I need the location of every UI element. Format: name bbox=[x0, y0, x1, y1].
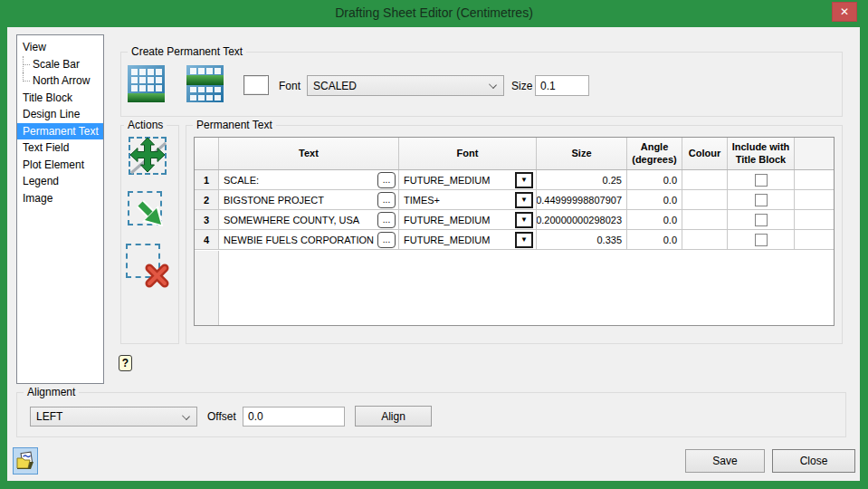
colour-cell[interactable] bbox=[682, 170, 728, 189]
offset-input[interactable]: 0.0 bbox=[243, 407, 345, 427]
angle-cell[interactable]: 0.0 bbox=[627, 170, 682, 189]
include-with-title-block-checkbox[interactable] bbox=[755, 174, 768, 187]
column-header-text[interactable]: Text bbox=[219, 138, 399, 169]
font-cell[interactable]: TIMES+▼ bbox=[399, 190, 537, 209]
column-header-include-with-title-block[interactable]: Include with Title Block bbox=[728, 138, 795, 169]
align-button[interactable]: Align bbox=[355, 406, 432, 427]
text-cell[interactable]: SCALE:... bbox=[219, 170, 399, 189]
table-row[interactable]: 3SOMEWHERE COUNTY, USA...FUTURE_MEDIUM▼0… bbox=[195, 210, 834, 230]
sidebar-item-image[interactable]: Image bbox=[17, 190, 103, 207]
sidebar-item-label: Title Block bbox=[23, 91, 75, 105]
font-dropdown-button[interactable]: ▼ bbox=[515, 192, 533, 208]
font-dropdown-button[interactable]: ▼ bbox=[515, 172, 533, 188]
font-dropdown-button[interactable]: ▼ bbox=[515, 212, 533, 228]
sidebar-item-view[interactable]: View bbox=[17, 39, 103, 56]
text-edit-ellipsis-button[interactable]: ... bbox=[377, 192, 396, 208]
open-file-button[interactable] bbox=[13, 447, 38, 475]
category-tree[interactable]: ViewScale BarNorth ArrowTitle BlockDesig… bbox=[16, 34, 104, 384]
sidebar-item-label: Image bbox=[23, 191, 55, 206]
row-number-cell[interactable]: 1 bbox=[195, 170, 219, 189]
column-header-angle-degrees-[interactable]: Angle (degrees) bbox=[627, 138, 682, 169]
font-dropdown-button[interactable]: ▼ bbox=[515, 232, 533, 248]
size-input[interactable]: 0.1 bbox=[535, 75, 589, 96]
size-input-value: 0.1 bbox=[540, 80, 556, 92]
chevron-down-icon bbox=[489, 81, 497, 89]
sidebar-item-label: View bbox=[23, 40, 49, 54]
text-cell[interactable]: BIGSTONE PROJECT... bbox=[219, 190, 399, 209]
sidebar-item-text-field[interactable]: Text Field bbox=[17, 139, 103, 157]
text-colour-swatch[interactable] bbox=[243, 75, 269, 95]
include-with-title-block-checkbox[interactable] bbox=[755, 234, 768, 246]
include-with-title-block-checkbox[interactable] bbox=[755, 194, 768, 206]
text-cell[interactable]: SOMEWHERE COUNTY, USA... bbox=[219, 210, 399, 229]
create-text-middle-button[interactable] bbox=[186, 65, 224, 102]
sidebar-item-label: North Arrow bbox=[33, 73, 92, 88]
font-select-value: SCALED bbox=[313, 80, 357, 92]
table-row[interactable]: 4NEWBIE FUELS CORPORATION...FUTURE_MEDIU… bbox=[195, 230, 834, 250]
colour-cell[interactable] bbox=[682, 190, 728, 209]
title-bar: Drafting Sheet Editor (Centimetres) bbox=[0, 0, 868, 27]
close-window-button[interactable]: ✕ bbox=[832, 2, 857, 22]
colour-cell[interactable] bbox=[682, 230, 728, 249]
include-with-title-block-checkbox[interactable] bbox=[755, 214, 768, 226]
sidebar-item-label: Plot Element bbox=[23, 158, 87, 172]
include-cell[interactable] bbox=[728, 170, 795, 189]
row-number-cell[interactable]: 3 bbox=[195, 210, 219, 229]
text-cell-value: SCALE: bbox=[221, 175, 377, 186]
sidebar-item-scale-bar[interactable]: Scale Bar bbox=[17, 56, 103, 73]
size-cell[interactable]: 0.25 bbox=[537, 170, 627, 189]
include-cell[interactable] bbox=[728, 190, 795, 209]
sidebar-item-permanent-text[interactable]: Permanent Text bbox=[17, 123, 103, 140]
sidebar-item-plot-element[interactable]: Plot Element bbox=[17, 157, 103, 174]
font-cell[interactable]: FUTURE_MEDIUM▼ bbox=[399, 210, 537, 229]
row-number-cell[interactable]: 2 bbox=[195, 190, 219, 209]
grid-text-bottom-icon bbox=[128, 65, 165, 102]
angle-cell[interactable]: 0.0 bbox=[627, 190, 682, 209]
include-cell[interactable] bbox=[728, 210, 795, 229]
save-button[interactable]: Save bbox=[685, 449, 765, 473]
help-button[interactable]: ? bbox=[119, 355, 132, 371]
chevron-down-icon bbox=[182, 412, 190, 420]
sidebar-item-title-block[interactable]: Title Block bbox=[17, 90, 103, 107]
insert-arrow-icon bbox=[127, 190, 169, 233]
colour-cell[interactable] bbox=[682, 210, 728, 229]
row-filler bbox=[795, 170, 834, 189]
column-header-row-number[interactable] bbox=[195, 138, 219, 169]
table-row[interactable]: 2BIGSTONE PROJECT...TIMES+▼0.44999998807… bbox=[195, 190, 834, 210]
size-cell[interactable]: 0.335 bbox=[537, 230, 627, 249]
sidebar-item-north-arrow[interactable]: North Arrow bbox=[17, 72, 103, 90]
sidebar-item-label: Text Field bbox=[23, 140, 72, 155]
font-cell[interactable]: FUTURE_MEDIUM▼ bbox=[399, 170, 537, 189]
size-cell[interactable]: 0.20000000298023 bbox=[537, 210, 627, 229]
text-edit-ellipsis-button[interactable]: ... bbox=[377, 232, 396, 248]
column-header-size[interactable]: Size bbox=[537, 138, 627, 169]
move-text-button[interactable] bbox=[127, 135, 169, 177]
close-button[interactable]: Close bbox=[772, 449, 855, 473]
column-header-font[interactable]: Font bbox=[399, 138, 537, 169]
table-row[interactable]: 1SCALE:...FUTURE_MEDIUM▼0.250.0 bbox=[195, 170, 834, 190]
size-cell[interactable]: 0.44999998807907 bbox=[537, 190, 627, 209]
include-cell[interactable] bbox=[728, 230, 795, 249]
font-cell-value: FUTURE_MEDIUM bbox=[401, 235, 515, 245]
column-header-colour[interactable]: Colour bbox=[682, 138, 728, 169]
sidebar-item-legend[interactable]: Legend bbox=[17, 173, 103, 190]
create-text-bottom-button[interactable] bbox=[128, 65, 165, 102]
text-edit-ellipsis-button[interactable]: ... bbox=[377, 212, 396, 228]
sidebar-item-label: Legend bbox=[23, 174, 62, 188]
angle-cell[interactable]: 0.0 bbox=[627, 210, 682, 229]
text-cell[interactable]: NEWBIE FUELS CORPORATION... bbox=[219, 230, 399, 249]
text-edit-ellipsis-button[interactable]: ... bbox=[377, 172, 396, 188]
angle-cell[interactable]: 0.0 bbox=[627, 230, 682, 249]
insert-text-button[interactable] bbox=[127, 190, 169, 233]
size-label: Size bbox=[511, 80, 532, 92]
window-border-bottom bbox=[0, 481, 868, 489]
permanent-text-table[interactable]: TextFontSizeAngle (degrees)ColourInclude… bbox=[194, 137, 835, 326]
row-number-cell[interactable]: 4 bbox=[195, 230, 219, 249]
alignment-select[interactable]: LEFT bbox=[30, 407, 197, 427]
delete-text-button[interactable] bbox=[125, 243, 167, 285]
sidebar-item-design-line[interactable]: Design Line bbox=[17, 106, 103, 123]
font-cell[interactable]: FUTURE_MEDIUM▼ bbox=[399, 230, 537, 249]
text-cell-value: NEWBIE FUELS CORPORATION bbox=[221, 235, 377, 245]
font-select[interactable]: SCALED bbox=[307, 75, 504, 96]
row-number-filler-strip bbox=[195, 251, 219, 325]
